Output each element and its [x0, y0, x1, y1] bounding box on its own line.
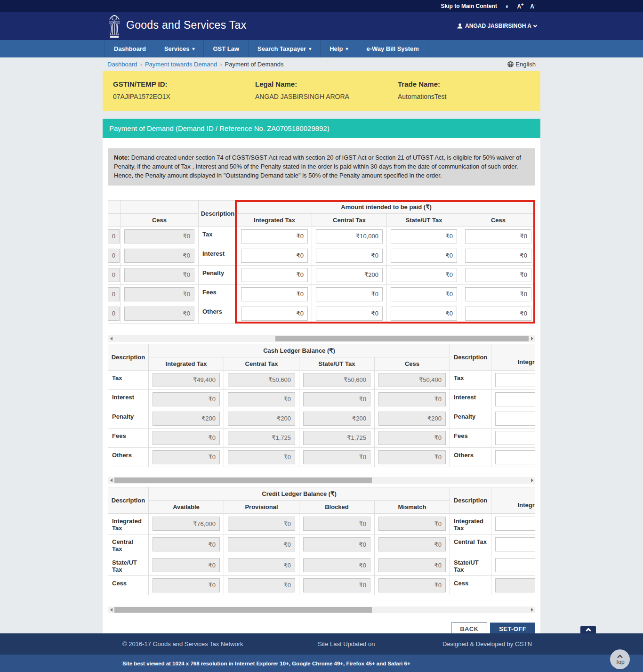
description-header: Description	[450, 344, 491, 370]
pay-fees-central-input[interactable]	[316, 287, 383, 301]
clipped-header-cell	[108, 213, 121, 227]
paycredit-state-input[interactable]	[495, 558, 535, 572]
scroll-left-arrow[interactable]	[108, 607, 114, 613]
paycash-penalty-integrated-input[interactable]	[495, 412, 535, 426]
description-header: Description	[199, 200, 237, 227]
row-label-others: Others	[450, 447, 491, 467]
font-decrease-button[interactable]: A-	[530, 2, 536, 10]
cash-tax-central-input	[228, 373, 295, 387]
credit-ledger-group-header: Credit Ledger Balance (₹)	[149, 487, 450, 500]
breadcrumb-separator: ›	[220, 61, 222, 68]
globe-icon	[507, 61, 514, 67]
nav-item-dashboard[interactable]: Dashboard	[104, 40, 155, 57]
scroll-right-arrow[interactable]	[529, 477, 535, 484]
credit-cess-mismatch-input	[378, 578, 446, 592]
nav-item-gst-law[interactable]: GST Law	[203, 40, 248, 57]
pay-penalty-integrated-input[interactable]	[241, 268, 308, 282]
pay-fees-integrated-input[interactable]	[241, 287, 308, 301]
pay-tax-central-input[interactable]	[316, 229, 383, 243]
pay-others-cess-input[interactable]	[465, 307, 531, 321]
table-row: Others	[108, 304, 536, 323]
pay-fees-cess-input[interactable]	[465, 287, 531, 301]
cash-tax-state-input	[303, 373, 370, 387]
chevron-down-icon	[533, 23, 537, 27]
pay-tax-cess-input[interactable]	[465, 229, 531, 243]
row-label-central-tax: Central Tax	[450, 534, 491, 555]
breadcrumb-dashboard[interactable]: Dashboard	[107, 61, 137, 68]
breadcrumb-payment-towards-demand[interactable]: Payment towards Demand	[145, 61, 217, 68]
paycash-tax-integrated-input[interactable]	[495, 373, 535, 387]
scrollbar-thumb[interactable]	[114, 607, 372, 613]
pay-others-central-input[interactable]	[316, 307, 383, 321]
row-label-penalty: Penalty	[108, 409, 149, 428]
scroll-right-arrow[interactable]	[529, 335, 535, 342]
pay-interest-integrated-input[interactable]	[241, 249, 308, 263]
scroll-left-arrow[interactable]	[108, 477, 114, 484]
row-label-cess: Cess	[108, 575, 149, 595]
nav-item-services[interactable]: Services▾	[155, 40, 204, 57]
taxpayer-info-panel: GSTIN/TEMP ID: 07AJIPA1572EO1X Legal Nam…	[103, 71, 540, 111]
paycash-others-integrated-input[interactable]	[495, 450, 535, 464]
pay-interest-central-input[interactable]	[316, 249, 383, 263]
paycash-fees-integrated-input[interactable]	[495, 431, 535, 445]
skip-to-main-content-link[interactable]: Skip to Main Content	[441, 3, 497, 9]
credit-integrated-provisional-input	[228, 517, 295, 531]
india-emblem-icon	[107, 14, 121, 40]
pay-interest-cess-input[interactable]	[465, 249, 531, 263]
pay-fees-state-input[interactable]	[391, 287, 457, 301]
scroll-top-tab[interactable]	[580, 626, 596, 633]
paycredit-cess-input	[495, 578, 535, 592]
footer-designed-by: Designed & Developed by GSTN	[442, 640, 532, 648]
credit-cess-available-input	[153, 578, 220, 592]
paycredit-integrated-input[interactable]	[495, 517, 535, 531]
scrollbar-thumb[interactable]	[114, 478, 372, 483]
scrollbar-thumb[interactable]	[275, 336, 529, 341]
caret-down-icon: ▾	[346, 47, 348, 51]
blocked-column-header: Blocked	[299, 500, 375, 513]
pay-others-integrated-input[interactable]	[241, 307, 308, 321]
intended-amount-table: Description Amount intended to be paid (…	[108, 200, 535, 324]
nav-item-help[interactable]: Help▾	[320, 40, 357, 57]
pay-interest-state-input[interactable]	[391, 249, 457, 263]
paycash-interest-integrated-input[interactable]	[495, 392, 535, 406]
cash-penalty-integrated-input	[153, 412, 220, 426]
legal-name-label: Legal Name:	[255, 80, 398, 88]
pay-penalty-state-input[interactable]	[391, 268, 457, 282]
contrast-toggle-icon[interactable]: ◐	[506, 3, 509, 9]
gstin-value: 07AJIPA1572EO1X	[113, 93, 255, 100]
nav-label: Help	[330, 40, 343, 57]
pay-tax-state-input[interactable]	[391, 229, 457, 243]
pay-penalty-cess-input[interactable]	[465, 268, 531, 282]
row-label-fees: Fees	[450, 428, 491, 447]
credit-integrated-blocked-input	[303, 517, 370, 531]
credit-integrated-available-input	[153, 517, 220, 531]
clipped-input	[108, 307, 120, 321]
back-to-top-button[interactable]: Top	[610, 649, 630, 669]
clipped-integrated-tax-header: Integrat	[491, 487, 535, 513]
scroll-right-arrow[interactable]	[529, 607, 535, 613]
outstanding-cess-fees-input	[124, 287, 194, 301]
paycredit-central-input[interactable]	[495, 537, 535, 551]
central-tax-column-header: Central Tax	[312, 213, 387, 227]
utility-bar: Skip to Main Content ◐ A+ A-	[0, 0, 643, 12]
cash-ledger-group-header: Cash Ledger Balance (₹)	[149, 344, 450, 357]
footer-best-viewed: Site best viewed at 1024 x 768 resolutio…	[0, 655, 643, 672]
pay-penalty-central-input[interactable]	[316, 268, 383, 282]
language-selector[interactable]: English	[507, 61, 536, 68]
nav-item-eway-bill[interactable]: e-Way Bill System	[357, 40, 428, 57]
horizontal-scrollbar	[108, 335, 535, 342]
cash-penalty-state-input	[303, 412, 370, 426]
credit-state-available-input	[153, 558, 220, 572]
scroll-left-arrow[interactable]	[108, 335, 114, 342]
pay-tax-integrated-input[interactable]	[241, 229, 308, 243]
description-header: Description	[108, 487, 149, 513]
clipped-integrated-tax-header: Integrat	[491, 344, 535, 370]
user-menu[interactable]: ANGAD JASBIRSINGH A	[457, 23, 537, 29]
clipped-input	[108, 249, 120, 263]
breadcrumb-current: Payment of Demands	[225, 61, 283, 68]
nav-item-search-taxpayer[interactable]: Search Taxpayer▾	[248, 40, 320, 57]
cash-others-integrated-input	[153, 450, 220, 464]
font-increase-button[interactable]: A+	[517, 2, 523, 10]
credit-state-provisional-input	[228, 558, 295, 572]
pay-others-state-input[interactable]	[391, 307, 457, 321]
